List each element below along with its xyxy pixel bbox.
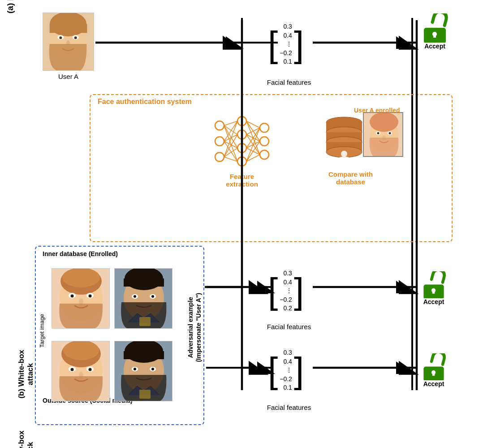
svg-point-78: [377, 132, 380, 135]
svg-point-97: [151, 295, 154, 298]
svg-point-88: [89, 295, 92, 298]
svg-point-106: [89, 368, 92, 371]
accept-label-bottom: Accept: [423, 380, 444, 387]
svg-point-96: [134, 295, 136, 298]
svg-rect-116: [139, 390, 151, 399]
svg-point-80: [382, 135, 386, 140]
svg-point-34: [237, 117, 246, 126]
facial-features-top: Facial features: [253, 78, 325, 86]
svg-point-102: [63, 341, 99, 360]
feature-extraction-label: Feature extraction: [213, 173, 271, 188]
svg-rect-122: [432, 372, 435, 375]
svg-line-41: [224, 121, 237, 126]
svg-rect-98: [139, 317, 151, 326]
svg-point-37: [237, 157, 246, 166]
user-a-face: [43, 13, 94, 71]
svg-point-115: [151, 368, 154, 370]
target-image-label: Target image: [39, 314, 45, 348]
diagram-container: (a) Legal user: [0, 0, 496, 448]
feature-vector-bottom: [ 0.3 0.4 ⋮ −0.2 0.1 ]: [268, 348, 304, 393]
gray-box-target-face: [52, 341, 110, 401]
feature-vector-top: [ 0.3 0.4 ⋮ −0.2 0.1 ]: [268, 22, 304, 67]
svg-point-35: [237, 130, 246, 139]
svg-rect-119: [432, 290, 435, 293]
svg-point-87: [71, 295, 74, 298]
user-a-enrolled-label: User A enrolled: [354, 107, 400, 114]
svg-rect-111: [124, 351, 164, 359]
neural-net-icon: [211, 112, 273, 172]
lock-accept-top: Accept: [420, 13, 449, 50]
svg-point-84: [62, 269, 100, 287]
gray-box-attacker-face: [114, 341, 173, 401]
svg-point-33: [215, 152, 224, 161]
svg-point-105: [71, 368, 74, 371]
accept-label-middle: Accept: [423, 298, 444, 305]
svg-point-31: [215, 121, 224, 130]
svg-point-89: [79, 298, 83, 304]
accept-label-top: Accept: [424, 43, 445, 50]
svg-rect-93: [124, 278, 164, 287]
lock-accept-middle: Accept: [420, 271, 447, 305]
svg-point-72: [341, 151, 347, 157]
svg-point-75: [370, 113, 398, 132]
svg-point-114: [134, 368, 136, 370]
gray-box-label: (c) Gray-boxattack: [8, 431, 35, 448]
facial-features-middle: Facial features: [253, 323, 325, 331]
user-a-label: User A: [43, 73, 94, 80]
svg-point-38: [260, 123, 269, 132]
legal-user-label: (a) Legal user: [5, 0, 15, 13]
svg-point-39: [260, 137, 269, 146]
svg-point-36: [237, 144, 246, 152]
svg-rect-30: [433, 34, 436, 38]
face-auth-system-label: Face authentication system: [98, 98, 192, 106]
svg-point-32: [215, 137, 224, 146]
svg-point-40: [260, 150, 269, 159]
white-box-label: (b) White-boxattack: [8, 350, 35, 399]
svg-point-25: [59, 36, 62, 39]
user-a-enrolled-face: [363, 112, 403, 157]
inner-database-label: Inner database (Enrolled): [43, 250, 118, 257]
lock-accept-bottom: Accept: [420, 353, 447, 387]
svg-rect-22: [50, 24, 87, 33]
adversarial-example-label: Adversarial example(Impersonate "User A"…: [185, 265, 205, 390]
database-icon: [322, 114, 367, 165]
feature-vector-middle: [ 0.3 0.4 ⋮ −0.2 0.2 ]: [268, 268, 304, 314]
white-box-attacker-face: [114, 268, 173, 329]
svg-line-52: [224, 157, 237, 161]
compare-with-database-label: Compare with database: [318, 170, 383, 186]
facial-features-bottom: Facial features: [253, 404, 325, 411]
svg-point-26: [74, 36, 77, 39]
svg-point-79: [389, 132, 391, 135]
white-box-target-face: [52, 268, 110, 329]
